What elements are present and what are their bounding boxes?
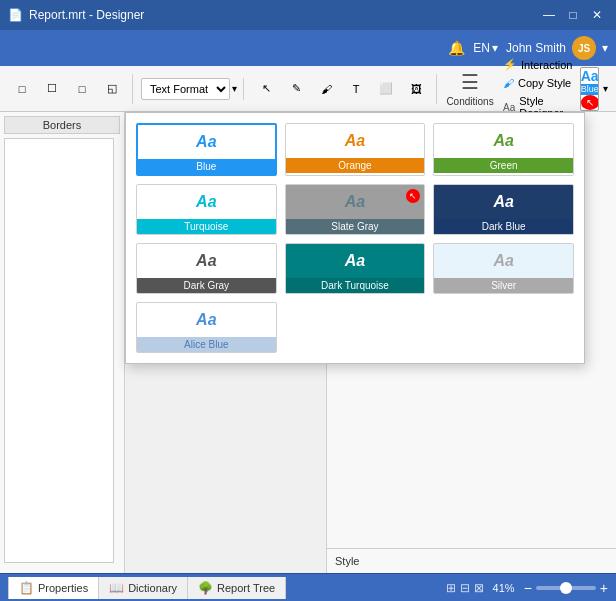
style-card-text: Aa bbox=[434, 124, 573, 158]
style-card-bar: Slate Gray bbox=[286, 219, 425, 234]
interaction-icon: ⚡ bbox=[503, 58, 517, 71]
new-button[interactable]: □ bbox=[8, 74, 36, 104]
tb-btn-4[interactable]: ◱ bbox=[98, 74, 126, 104]
style-card-bar: Turquoise bbox=[137, 219, 276, 234]
report-tree-tab-label: Report Tree bbox=[217, 582, 275, 594]
element-button[interactable]: ⬜ bbox=[372, 74, 400, 104]
style-designer-icon: Aa bbox=[503, 102, 515, 113]
minimize-button[interactable]: — bbox=[538, 4, 560, 26]
brush-button[interactable]: 🖌 bbox=[312, 74, 340, 104]
style-card-dark-blue[interactable]: AaDark Blue bbox=[433, 184, 574, 235]
style-card-dark-gray[interactable]: AaDark Gray bbox=[136, 243, 277, 294]
style-card-text: Aa bbox=[434, 185, 573, 219]
text-button[interactable]: T bbox=[342, 74, 370, 104]
left-panel: Borders bbox=[0, 112, 125, 573]
open-button[interactable]: ☐ bbox=[38, 74, 66, 104]
style-card-text: Aa bbox=[137, 185, 276, 219]
status-bar: 📋Properties📖Dictionary🌳Report Tree ⊞ ⊟ ⊠… bbox=[0, 573, 616, 601]
user-chevron-icon: ▾ bbox=[602, 41, 608, 55]
style-card-orange[interactable]: AaOrange bbox=[285, 123, 426, 176]
style-card-bar: Blue bbox=[138, 159, 275, 174]
status-tab-report-tree[interactable]: 🌳Report Tree bbox=[188, 577, 286, 599]
title-bar-controls: — □ ✕ bbox=[538, 4, 608, 26]
report-tree-tab-icon: 🌳 bbox=[198, 581, 213, 595]
cursor-indicator: ↖ bbox=[581, 95, 599, 110]
pointer-button[interactable]: ↖ bbox=[252, 74, 280, 104]
copy-style-button[interactable]: 🖌 Copy Style bbox=[499, 75, 576, 91]
style-card-bar: Alice Blue bbox=[137, 337, 276, 352]
style-card-green[interactable]: AaGreen bbox=[433, 123, 574, 176]
style-card-bar: Dark Blue bbox=[434, 219, 573, 234]
properties-tab-label: Properties bbox=[38, 582, 88, 594]
style-card-text: Aa bbox=[138, 125, 275, 159]
center-panel: AaBlueAaOrangeAaGreenAaTurquoiseAa↖Slate… bbox=[125, 112, 616, 573]
style-card-text: Aa bbox=[137, 244, 276, 278]
style-card-text: Aa bbox=[286, 124, 425, 158]
style-preview-button[interactable]: Aa Blue ↖ bbox=[580, 67, 599, 111]
app-icon: 📄 bbox=[8, 8, 23, 22]
zoom-minus-button[interactable]: − bbox=[524, 580, 532, 596]
style-card-bar: Green bbox=[434, 158, 573, 173]
style-card-bar: Silver bbox=[434, 278, 573, 293]
canvas-area[interactable] bbox=[4, 138, 114, 563]
interaction-label: Interaction bbox=[521, 59, 572, 71]
properties-tab-icon: 📋 bbox=[19, 581, 34, 595]
zoom-controls: ⊞ ⊟ ⊠ 41% − + bbox=[446, 580, 608, 596]
status-right: ⊞ ⊟ ⊠ 41% − + bbox=[446, 580, 608, 596]
dictionary-tab-label: Dictionary bbox=[128, 582, 177, 594]
toolbar: □ ☐ □ ◱ Text Format ▾ ↖ ✎ 🖌 T ⬜ 🖼 ☰ Cond… bbox=[0, 66, 616, 112]
style-chevron-icon[interactable]: ▾ bbox=[603, 83, 608, 94]
toolbar-group-basic: □ ☐ □ ◱ bbox=[8, 74, 133, 104]
lang-chevron-icon: ▾ bbox=[492, 41, 498, 55]
style-card-text: Aa bbox=[137, 303, 276, 337]
zoom-slider-thumb bbox=[560, 582, 572, 594]
style-dropdown: AaBlueAaOrangeAaGreenAaTurquoiseAa↖Slate… bbox=[125, 112, 585, 364]
style-card-slate-gray[interactable]: Aa↖Slate Gray bbox=[285, 184, 426, 235]
close-button[interactable]: ✕ bbox=[586, 4, 608, 26]
image-button[interactable]: 🖼 bbox=[402, 74, 430, 104]
style-preview-bar: Blue bbox=[581, 84, 598, 95]
style-card-bar: Orange bbox=[286, 158, 425, 173]
style-card-text: Aa bbox=[434, 244, 573, 278]
layout-icon-3: ⊠ bbox=[474, 581, 484, 595]
maximize-button[interactable]: □ bbox=[562, 4, 584, 26]
style-section: Style bbox=[327, 548, 616, 573]
style-card-silver[interactable]: AaSilver bbox=[433, 243, 574, 294]
title-bar: 📄 Report.mrt - Designer — □ ✕ bbox=[0, 0, 616, 30]
status-tab-dictionary[interactable]: 📖Dictionary bbox=[99, 577, 188, 599]
copy-style-label: Copy Style bbox=[518, 77, 571, 89]
language-selector[interactable]: EN ▾ bbox=[473, 41, 498, 55]
save-button[interactable]: □ bbox=[68, 74, 96, 104]
username-label: John Smith bbox=[506, 41, 566, 55]
interaction-button[interactable]: ⚡ Interaction bbox=[499, 56, 576, 73]
conditions-icon: ☰ bbox=[461, 70, 479, 94]
style-card-blue[interactable]: AaBlue bbox=[136, 123, 277, 176]
zoom-slider[interactable] bbox=[536, 586, 596, 590]
main-area: Borders AaBlueAaOrangeAaGreenAaTurquoise… bbox=[0, 112, 616, 573]
zoom-percent: 41% bbox=[488, 582, 520, 594]
conditions-button[interactable]: ☰ Conditions bbox=[445, 68, 495, 109]
style-card-bar: Dark Turquoise bbox=[286, 278, 425, 293]
toolbar-group-tools: ↖ ✎ 🖌 T ⬜ 🖼 bbox=[252, 74, 437, 104]
notification-icon[interactable]: 🔔 bbox=[448, 40, 465, 56]
window-title: Report.mrt - Designer bbox=[29, 8, 144, 22]
style-card-alice-blue[interactable]: AaAlice Blue bbox=[136, 302, 277, 353]
pencil-button[interactable]: ✎ bbox=[282, 74, 310, 104]
dictionary-tab-icon: 📖 bbox=[109, 581, 124, 595]
zoom-plus-button[interactable]: + bbox=[600, 580, 608, 596]
style-card-bar: Dark Gray bbox=[137, 278, 276, 293]
style-card-dark-turquoise[interactable]: AaDark Turquoise bbox=[285, 243, 426, 294]
format-chevron-icon: ▾ bbox=[232, 83, 237, 94]
title-bar-left: 📄 Report.mrt - Designer bbox=[8, 8, 144, 22]
style-card-turquoise[interactable]: AaTurquoise bbox=[136, 184, 277, 235]
status-tab-properties[interactable]: 📋Properties bbox=[8, 577, 99, 599]
borders-label: Borders bbox=[4, 116, 120, 134]
style-card-text: Aa bbox=[286, 244, 425, 278]
toolbar-group-format: Text Format ▾ bbox=[141, 78, 244, 100]
text-format-select[interactable]: Text Format bbox=[141, 78, 230, 100]
style-section-label: Style bbox=[335, 555, 359, 567]
style-preview-text: Aa bbox=[581, 68, 598, 84]
layout-icon-1: ⊞ bbox=[446, 581, 456, 595]
layout-icon-2: ⊟ bbox=[460, 581, 470, 595]
conditions-label: Conditions bbox=[446, 96, 493, 107]
